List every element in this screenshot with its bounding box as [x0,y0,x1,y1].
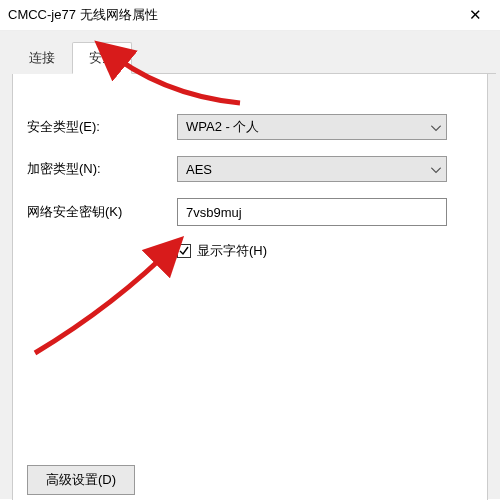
label-encryption-type: 加密类型(N): [27,160,177,178]
checkbox-show-characters[interactable] [177,244,191,258]
row-encryption-type: 加密类型(N): AES [27,156,473,182]
label-show-characters[interactable]: 显示字符(H) [197,242,267,260]
label-security-type: 安全类型(E): [27,118,177,136]
tab-security[interactable]: 安全 [72,42,132,74]
content-area: 连接 安全 安全类型(E): WPA2 - 个人 加密类型(N): AES [0,31,500,499]
select-security-type[interactable]: WPA2 - 个人 [177,114,447,140]
select-security-type-value: WPA2 - 个人 [186,118,259,136]
tab-panel-security: 安全类型(E): WPA2 - 个人 加密类型(N): AES [12,74,488,500]
row-show-characters: 显示字符(H) [177,242,473,260]
label-security-key: 网络安全密钥(K) [27,203,177,221]
close-icon[interactable]: ✕ [460,6,490,24]
row-security-key: 网络安全密钥(K) [27,198,473,226]
tab-connect[interactable]: 连接 [12,42,72,74]
security-key-input[interactable] [177,198,447,226]
window-title: CMCC-je77 无线网络属性 [8,6,158,24]
check-icon [178,245,190,257]
advanced-settings-button[interactable]: 高级设置(D) [27,465,135,495]
titlebar: CMCC-je77 无线网络属性 ✕ [0,0,500,31]
tab-bar: 连接 安全 [12,41,496,74]
select-encryption-type-value: AES [186,162,212,177]
select-encryption-type[interactable]: AES [177,156,447,182]
row-security-type: 安全类型(E): WPA2 - 个人 [27,114,473,140]
